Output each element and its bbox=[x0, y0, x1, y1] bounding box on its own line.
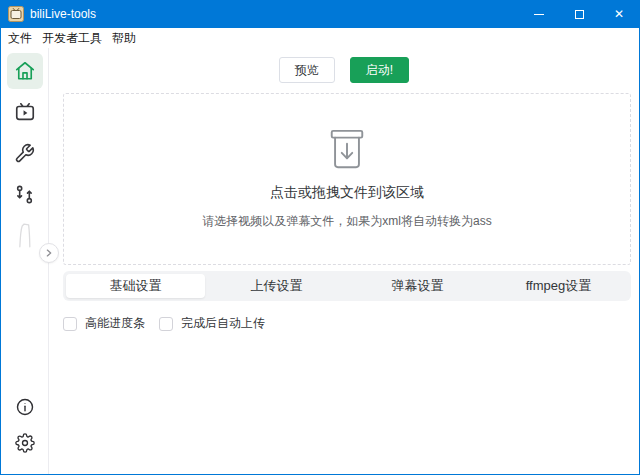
titlebar: biliLive-tools ✕ bbox=[1, 0, 639, 28]
close-icon: ✕ bbox=[614, 8, 624, 20]
tab-upload-settings[interactable]: 上传设置 bbox=[207, 274, 346, 298]
checkbox-label-high-energy-progress: 高能进度条 bbox=[85, 315, 145, 332]
tv-play-icon bbox=[14, 101, 36, 123]
start-button[interactable]: 启动! bbox=[350, 57, 409, 83]
sidebar-item-convert[interactable] bbox=[7, 176, 43, 212]
sidebar bbox=[1, 48, 49, 474]
file-dropzone[interactable]: 点击或拖拽文件到该区域 请选择视频以及弹幕文件，如果为xml将自动转换为ass bbox=[63, 93, 631, 265]
dropzone-sub-text: 请选择视频以及弹幕文件，如果为xml将自动转换为ass bbox=[202, 213, 491, 230]
window-controls: ✕ bbox=[519, 0, 639, 28]
menu-item-devtools[interactable]: 开发者工具 bbox=[37, 28, 107, 48]
settings-tabbar: 基础设置 上传设置 弹幕设置 ffmpeg设置 bbox=[63, 271, 631, 301]
option-high-energy-progress[interactable]: 高能进度条 bbox=[63, 315, 145, 332]
tab-ffmpeg-settings[interactable]: ffmpeg设置 bbox=[489, 274, 628, 298]
menu-item-help[interactable]: 帮助 bbox=[107, 28, 141, 48]
wrench-icon bbox=[14, 143, 35, 164]
sidebar-item-video[interactable] bbox=[7, 94, 43, 130]
dropzone-main-text: 点击或拖拽文件到该区域 bbox=[270, 184, 424, 202]
body-row: 预览 启动! 点击或拖拽文件到该区域 请选择视频以及弹幕文件，如果为xml将自动… bbox=[1, 48, 639, 474]
sidebar-collapse-handle[interactable] bbox=[39, 243, 59, 263]
info-icon bbox=[15, 397, 35, 421]
option-auto-upload-after-finish[interactable]: 完成后自动上传 bbox=[159, 315, 265, 332]
menu-item-file[interactable]: 文件 bbox=[3, 28, 37, 48]
actions-row: 预览 启动! bbox=[49, 48, 639, 83]
checkbox-label-auto-upload-after-finish: 完成后自动上传 bbox=[181, 315, 265, 332]
chevron-right-icon bbox=[44, 244, 54, 262]
checkbox-auto-upload-after-finish[interactable] bbox=[159, 317, 173, 331]
minimize-button[interactable] bbox=[519, 0, 559, 28]
tab-danmaku-settings[interactable]: 弹幕设置 bbox=[348, 274, 487, 298]
main-content: 预览 启动! 点击或拖拽文件到该区域 请选择视频以及弹幕文件，如果为xml将自动… bbox=[49, 48, 639, 474]
preview-button[interactable]: 预览 bbox=[279, 57, 335, 83]
app-icon bbox=[8, 6, 24, 22]
options-row: 高能进度条 完成后自动上传 bbox=[63, 315, 631, 332]
sidebar-item-tools[interactable] bbox=[7, 135, 43, 171]
app-window: biliLive-tools ✕ 文件 开发者工具 帮助 bbox=[0, 0, 640, 475]
sidebar-item-settings[interactable] bbox=[10, 430, 40, 460]
tab-basic-settings[interactable]: 基础设置 bbox=[66, 274, 205, 298]
menubar: 文件 开发者工具 帮助 bbox=[1, 28, 639, 48]
sketch-outline-icon bbox=[12, 220, 38, 250]
maximize-button[interactable] bbox=[559, 0, 599, 28]
archive-download-icon bbox=[324, 129, 370, 171]
sidebar-item-about[interactable] bbox=[10, 394, 40, 424]
minimize-icon bbox=[534, 14, 544, 15]
close-button[interactable]: ✕ bbox=[599, 0, 639, 28]
home-icon bbox=[14, 60, 36, 82]
window-title: biliLive-tools bbox=[30, 0, 519, 28]
sidebar-item-mascot[interactable] bbox=[7, 217, 43, 253]
git-compare-icon bbox=[14, 184, 35, 205]
checkbox-high-energy-progress[interactable] bbox=[63, 317, 77, 331]
sidebar-item-home[interactable] bbox=[7, 53, 43, 89]
maximize-icon bbox=[575, 10, 584, 19]
gear-icon bbox=[15, 433, 35, 457]
